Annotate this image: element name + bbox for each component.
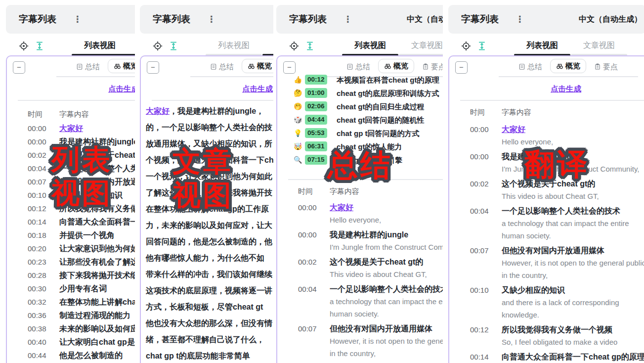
tab-overview[interactable]: 概览 <box>108 59 135 73</box>
collapse-button[interactable]: − <box>455 61 468 74</box>
timestamp[interactable]: 00:04 <box>28 162 46 175</box>
subtitle-text[interactable]: 接下来我将抛开技术细节 <box>59 271 135 279</box>
collapse-button[interactable]: − <box>13 61 25 74</box>
tab-summary[interactable]: 总结 <box>518 62 542 72</box>
tab-overview[interactable]: 概览 <box>242 59 273 73</box>
subtitle-row[interactable]: 00:04 一个足以影响整个人类社会的技术 <box>277 283 443 295</box>
subtitle-row[interactable]: However, it is not open to the general p… <box>449 257 644 269</box>
summary-chapter-item[interactable]: 💡 05:53 chat gp t回答问题的方式 <box>277 127 443 140</box>
tab-summary[interactable]: 总结 <box>76 62 100 72</box>
subtitle-text[interactable]: 我是建构社群的jungle <box>330 230 408 239</box>
subtitle-row[interactable]: 00:23 让那些没有机会了解这件事的人 <box>7 255 135 269</box>
timestamp[interactable]: 00:10 <box>28 188 46 202</box>
timestamp[interactable]: 00:00 <box>28 122 46 135</box>
subtitle-row[interactable]: 00:30 少用专有名词 <box>7 282 135 295</box>
subtitle-text[interactable]: 让大家明白chat gp是怎么回答问题的 <box>59 338 135 346</box>
timestamp[interactable]: 00:12 <box>470 323 489 336</box>
tab-overview[interactable]: 概览 <box>550 59 586 73</box>
subtitle-row[interactable]: 00:14 向普通大众全面科普一下cheat gp的原理 <box>7 215 135 228</box>
timestamp[interactable]: 00:02 <box>470 178 489 190</box>
subtitle-text[interactable]: 这个视频是关于cheat gt的 <box>330 258 423 266</box>
timestamp[interactable]: 00:04 <box>470 205 489 217</box>
subtitle-text[interactable]: 大家好 <box>330 203 353 212</box>
tab-list-view[interactable]: 列表视图 <box>72 41 128 51</box>
timestamp[interactable]: 00:36 <box>28 309 46 322</box>
chapter-title[interactable]: chat gp t回答问题的方式 <box>337 129 420 137</box>
subtitle-row[interactable]: Hello everyone, <box>277 214 443 226</box>
expand-vertical-icon[interactable] <box>169 41 178 53</box>
subtitle-text[interactable]: 让大家意识到他为何如此重要 <box>59 244 135 253</box>
chapter-timestamp-badge[interactable]: 00:12 <box>305 75 327 85</box>
subtitle-row[interactable]: 00:32 在整体功能上讲解chat gp的工作原理 <box>7 295 135 309</box>
subtitle-row[interactable]: and there is a lack of corresponding <box>449 296 644 309</box>
crosshair-locate-icon[interactable] <box>153 41 163 53</box>
chapter-timestamp-badge[interactable]: 01:00 <box>305 88 327 98</box>
timestamp[interactable]: 00:14 <box>470 351 489 363</box>
subtitle-row[interactable]: knowledge. <box>449 309 644 321</box>
crosshair-locate-icon[interactable] <box>461 41 471 53</box>
expand-vertical-icon[interactable] <box>477 41 487 53</box>
subtitle-text[interactable]: 在整体功能上讲解chat gp的工作原理 <box>59 298 135 306</box>
summary-chapter-item[interactable]: 👍 00:12 本视频旨在科普cheat gt的原理 <box>277 73 443 87</box>
tab-article-view[interactable]: 文章视图 <box>399 41 443 51</box>
subtitle-row[interactable]: 00:00 我是建构社群的jungle <box>277 228 443 241</box>
generate-summary-link[interactable]: 点击生成 <box>551 84 581 94</box>
subtitle-row[interactable]: 00:18 并提供一个视角 <box>7 228 135 242</box>
subtitle-text[interactable]: 但他没有对国内开放通用媒体 <box>330 324 432 333</box>
subtitle-row[interactable]: human society. <box>277 308 443 320</box>
subtitle-row[interactable]: 00:00 大家好 <box>449 123 644 136</box>
timestamp[interactable]: 00:04 <box>298 283 317 295</box>
subtitle-text[interactable]: 少用专有名词 <box>59 284 107 293</box>
expand-vertical-icon[interactable] <box>35 41 44 53</box>
subtitle-row[interactable]: This video is about Cheat GT, <box>449 190 644 202</box>
subtitle-row[interactable]: 00:40 让大家明白chat gp是怎么回答问题的 <box>7 335 135 349</box>
timestamp[interactable]: 00:00 <box>470 150 489 163</box>
subtitle-text[interactable]: 他是怎么被制造的 <box>59 351 123 360</box>
subtitle-row[interactable]: 00:07 但他没有对国内开放通用媒体 <box>449 244 644 257</box>
kebab-menu-icon[interactable]: ⋮ <box>73 14 82 25</box>
subtitle-link[interactable]: 大家好 <box>146 107 170 115</box>
crosshair-locate-icon[interactable] <box>19 41 29 53</box>
tab-article-view[interactable]: 文章视图 <box>571 41 627 51</box>
collapse-button[interactable]: − <box>147 61 159 74</box>
subtitle-text[interactable]: 但他没有对国内开放通用媒体 <box>502 246 604 255</box>
chapter-title[interactable]: cheat gt回答问题的随机性 <box>337 116 425 124</box>
summary-chapter-item[interactable]: 🤭 02:06 cheat gt的自回归生成过程 <box>277 100 443 113</box>
kebab-menu-icon[interactable]: ⋮ <box>343 14 352 25</box>
subtitle-text[interactable]: 大家好 <box>59 124 83 133</box>
subtitle-row[interactable]: in the country, <box>449 269 644 281</box>
chapter-timestamp-badge[interactable]: 04:44 <box>305 115 327 125</box>
timestamp[interactable]: 00:07 <box>28 175 46 188</box>
subtitle-language-label[interactable]: 中文（自动生成） <box>579 14 642 25</box>
subtitle-row[interactable]: 00:04 一个足以影响整个人类社会的技术 <box>449 205 644 217</box>
timestamp[interactable]: 00:00 <box>298 228 317 241</box>
chapter-title[interactable]: cheat gt的底层原理和训练方式 <box>337 89 439 97</box>
tab-list-view[interactable]: 列表视图 <box>342 41 398 51</box>
subtitle-text[interactable]: 让那些没有机会了解这件事的人 <box>59 258 135 266</box>
subtitle-text[interactable]: 向普通大众全面科普一下cheat gp的原理 <box>502 353 644 361</box>
subtitle-row[interactable]: human society. <box>449 229 644 242</box>
subtitle-row[interactable]: 00:07 但他没有对国内开放通用媒体 <box>277 322 443 335</box>
subtitle-row[interactable]: a technology that can impact the entire <box>449 217 644 229</box>
tab-list-view[interactable]: 列表视图 <box>206 41 262 51</box>
timestamp[interactable]: 00:18 <box>28 228 46 242</box>
subtitle-row[interactable]: 00:02 这个视频是关于cheat gt的 <box>277 256 443 268</box>
generate-summary-link[interactable]: 点击生成 <box>242 84 273 94</box>
timestamp[interactable]: 00:07 <box>298 322 317 335</box>
timestamp[interactable]: 00:38 <box>28 322 46 335</box>
subtitle-row[interactable]: in the country, <box>277 347 443 360</box>
tab-keypoints[interactable]: 要点 <box>422 62 443 72</box>
tab-overview[interactable]: 概览 <box>378 59 414 73</box>
subtitle-row[interactable]: 00:00 大家好 <box>277 201 443 214</box>
timestamp[interactable]: 00:40 <box>28 335 46 349</box>
timestamp[interactable]: 00:00 <box>28 135 46 148</box>
timestamp[interactable]: 00:02 <box>28 148 46 162</box>
timestamp[interactable]: 00:00 <box>470 123 489 136</box>
subtitle-row[interactable]: 00:36 制造过程涌现的能力 <box>7 309 135 322</box>
summary-chapter-item[interactable]: 🤔 01:00 cheat gt的底层原理和训练方式 <box>277 87 443 100</box>
subtitle-text[interactable]: 一个足以影响整个人类社会的技术 <box>330 285 443 293</box>
kebab-menu-icon[interactable]: ⋮ <box>515 14 524 25</box>
tab-summary[interactable]: 总结 <box>210 62 234 72</box>
chapter-timestamp-badge[interactable]: 06:31 <box>305 141 327 151</box>
timestamp[interactable]: 00:20 <box>28 242 46 255</box>
